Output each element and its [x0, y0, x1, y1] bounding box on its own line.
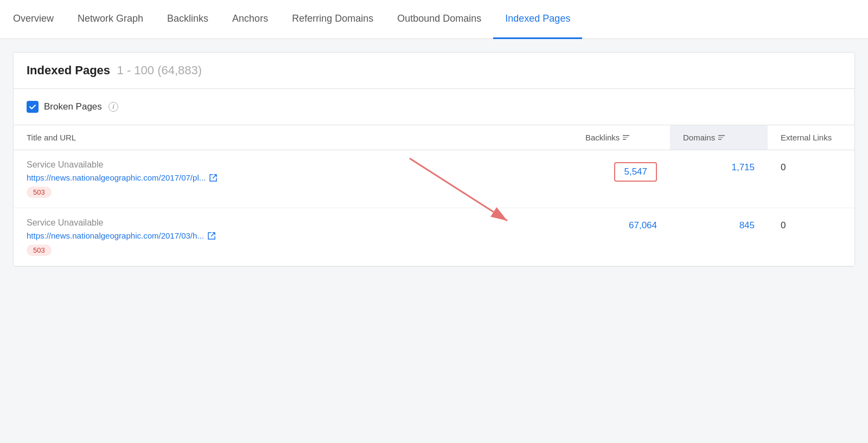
- nav-item-backlinks[interactable]: Backlinks: [155, 0, 220, 39]
- td-domains: 1,715: [670, 150, 768, 208]
- page-url-link[interactable]: https://news.nationalgeographic.com/2017…: [27, 173, 559, 182]
- info-icon[interactable]: i: [108, 102, 118, 112]
- nav-item-indexed-pages[interactable]: Indexed Pages: [493, 0, 582, 39]
- checkmark-icon: [29, 103, 36, 111]
- td-backlinks: 5,547: [572, 150, 670, 208]
- broken-pages-filter[interactable]: Broken Pages: [27, 101, 102, 113]
- td-backlinks: 67,064: [572, 208, 670, 266]
- nav-item-referring-domains[interactable]: Referring Domains: [280, 0, 385, 39]
- th-domains[interactable]: Domains: [670, 125, 768, 150]
- th-external-links: External Links: [768, 125, 854, 150]
- page-title: Service Unavailable: [27, 160, 559, 170]
- table-row: Service Unavailablehttps://news.national…: [14, 208, 854, 266]
- card-title: Indexed Pages: [27, 63, 110, 77]
- td-domains: 845: [670, 208, 768, 266]
- nav-item-outbound-domains[interactable]: Outbound Domains: [385, 0, 493, 39]
- td-title-url: Service Unavailablehttps://news.national…: [14, 150, 572, 208]
- nav-item-network-graph[interactable]: Network Graph: [66, 0, 155, 39]
- domains-sort-icon[interactable]: [718, 135, 725, 140]
- highlighted-value: 5,547: [614, 162, 657, 182]
- nav-item-anchors[interactable]: Anchors: [220, 0, 280, 39]
- td-external-links: 0: [768, 208, 854, 266]
- table-row: Service Unavailablehttps://news.national…: [14, 150, 854, 208]
- card-header: Indexed Pages 1 - 100 (64,883): [14, 53, 854, 89]
- td-external-links: 0: [768, 150, 854, 208]
- indexed-pages-card: Indexed Pages 1 - 100 (64,883) Broken Pa…: [13, 52, 855, 267]
- th-backlinks[interactable]: Backlinks: [572, 125, 670, 150]
- card-subtitle: 1 - 100 (64,883): [117, 63, 202, 77]
- table-body: Service Unavailablehttps://news.national…: [14, 150, 854, 266]
- broken-pages-label: Broken Pages: [44, 101, 102, 112]
- filter-bar: Broken Pages i: [14, 89, 854, 125]
- external-link-icon: [207, 232, 216, 240]
- navigation: OverviewNetwork GraphBacklinksAnchorsRef…: [0, 0, 868, 39]
- broken-pages-checkbox[interactable]: [27, 101, 39, 113]
- nav-item-overview[interactable]: Overview: [13, 0, 66, 39]
- td-title-url: Service Unavailablehttps://news.national…: [14, 208, 572, 266]
- status-badge: 503: [27, 187, 52, 198]
- status-badge: 503: [27, 245, 52, 256]
- page-title: Service Unavailable: [27, 218, 559, 228]
- table-header: Title and URLBacklinksDomainsExternal Li…: [14, 125, 854, 150]
- external-link-icon: [209, 174, 218, 182]
- main-content: Indexed Pages 1 - 100 (64,883) Broken Pa…: [0, 39, 868, 267]
- page-url-link[interactable]: https://news.nationalgeographic.com/2017…: [27, 231, 559, 240]
- th-title-url: Title and URL: [14, 125, 572, 150]
- backlinks-sort-icon[interactable]: [623, 135, 629, 140]
